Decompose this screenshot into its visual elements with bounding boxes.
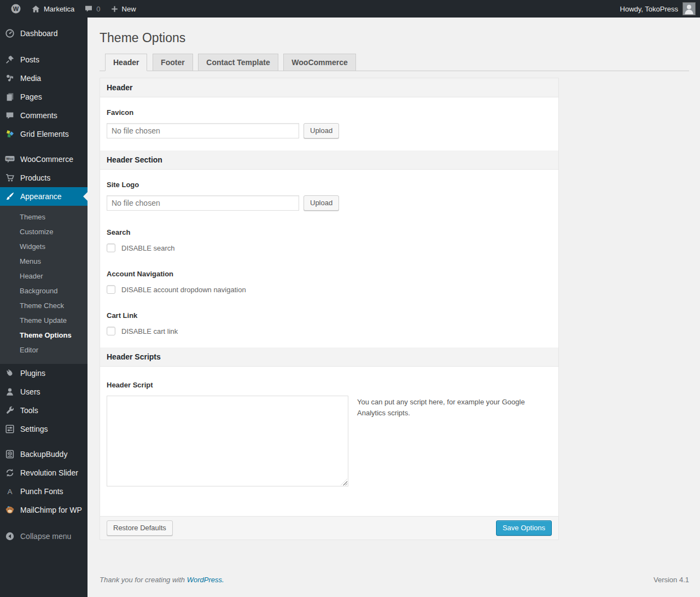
sidebar-item-backupbuddy[interactable]: BackupBuddy — [0, 445, 88, 463]
submenu-item-widgets[interactable]: Widgets — [0, 239, 88, 254]
dashboard-icon — [4, 28, 15, 38]
sidebar-item-woocommerce[interactable]: Woo WooCommerce — [0, 150, 88, 169]
cart-icon — [4, 173, 15, 183]
submenu-item-editor[interactable]: Editor — [0, 343, 88, 357]
comment-count: 0 — [96, 5, 100, 13]
panel-footer: Restore Defaults Save Options — [100, 516, 558, 540]
sidebar-menu: Dashboard Posts Media Pages Comments — [0, 18, 88, 597]
cart-link-label: Cart Link — [107, 311, 552, 320]
grid-elements-icon — [4, 129, 15, 139]
admin-bar: W Marketica 0 New Howdy, TokoPress — [0, 0, 700, 18]
tab-header[interactable]: Header — [105, 54, 147, 71]
sidebar-item-grid-elements[interactable]: Grid Elements — [0, 125, 88, 143]
tab-contact-template[interactable]: Contact Template — [198, 54, 278, 71]
sidebar-item-punch-fonts[interactable]: A Punch Fonts — [0, 482, 88, 501]
svg-text:W: W — [13, 5, 19, 12]
pin-icon — [4, 55, 15, 65]
wrench-icon — [4, 405, 15, 415]
disable-cart-link-label: DISABLE cart link — [121, 327, 178, 335]
submenu-item-themes[interactable]: Themes — [0, 210, 88, 224]
sidebar-item-tools[interactable]: Tools — [0, 401, 88, 420]
comments-icon — [4, 111, 15, 120]
admin-bar-comments[interactable]: 0 — [79, 0, 105, 18]
submenu-item-theme-check[interactable]: Theme Check — [0, 298, 88, 313]
svg-text:Woo: Woo — [6, 157, 14, 160]
sidebar-item-comments[interactable]: Comments — [0, 106, 88, 125]
plus-icon — [110, 5, 119, 13]
settings-icon — [4, 424, 15, 434]
sidebar-item-revolution-slider[interactable]: Revolution Slider — [0, 463, 88, 482]
users-icon — [4, 387, 15, 397]
sidebar-item-media[interactable]: Media — [0, 69, 88, 88]
site-logo-label: Site Logo — [107, 181, 552, 189]
new-content-button[interactable]: New — [106, 0, 141, 18]
submenu-item-background[interactable]: Background — [0, 283, 88, 298]
tab-footer[interactable]: Footer — [153, 54, 193, 71]
site-name: Marketica — [44, 5, 74, 13]
sidebar-item-pages[interactable]: Pages — [0, 88, 88, 106]
favicon-upload-button[interactable]: Upload — [304, 123, 339, 138]
page-footer: Thank you for creating with WordPress. V… — [88, 576, 700, 597]
search-label: Search — [107, 228, 552, 236]
section-header-bar: Header — [100, 78, 558, 97]
submenu-item-customize[interactable]: Customize — [0, 224, 88, 239]
sidebar-item-products[interactable]: Products — [0, 169, 88, 187]
home-icon — [31, 4, 40, 14]
theme-options-panel: Header Favicon Upload Header Section Sit… — [100, 78, 559, 540]
svg-text:A: A — [7, 488, 12, 496]
favicon-file-input[interactable] — [107, 123, 299, 138]
restore-defaults-button[interactable]: Restore Defaults — [107, 520, 173, 536]
pages-icon — [4, 92, 15, 102]
theme-options-tabs: Header Footer Contact Template WooCommer… — [100, 54, 689, 71]
site-logo-file-input[interactable] — [107, 195, 299, 211]
avatar[interactable] — [682, 2, 696, 15]
disable-search-label: DISABLE search — [121, 244, 175, 252]
section-header-section-bar: Header Section — [100, 150, 558, 170]
submenu-item-theme-options[interactable]: Theme Options — [0, 328, 88, 343]
sidebar-item-plugins[interactable]: Plugins — [0, 364, 88, 382]
save-options-button[interactable]: Save Options — [496, 520, 552, 536]
header-script-help: You can put any script here, for example… — [357, 396, 527, 419]
sidebar-item-users[interactable]: Users — [0, 382, 88, 401]
disable-account-navigation-checkbox[interactable] — [107, 285, 115, 294]
backup-icon — [4, 449, 15, 459]
new-label: New — [122, 5, 136, 13]
collapse-menu-button[interactable]: Collapse menu — [0, 527, 88, 546]
mailchimp-icon — [4, 505, 15, 515]
sidebar-item-posts[interactable]: Posts — [0, 50, 88, 69]
sidebar-item-settings[interactable]: Settings — [0, 420, 88, 438]
header-script-textarea[interactable] — [107, 396, 348, 486]
sidebar-item-mailchimp[interactable]: MailChimp for WP — [0, 501, 88, 519]
page-title: Theme Options — [100, 30, 689, 46]
appearance-submenu: Themes Customize Widgets Menus Header Ba… — [0, 206, 88, 364]
comment-bubble-icon — [84, 4, 93, 13]
section-header-scripts-bar: Header Scripts — [100, 347, 558, 367]
sidebar-item-dashboard[interactable]: Dashboard — [0, 24, 88, 43]
sidebar-item-appearance[interactable]: Appearance — [0, 187, 88, 206]
site-logo-upload-button[interactable]: Upload — [304, 195, 339, 211]
media-icon — [4, 73, 15, 83]
footer-version: Version 4.1 — [654, 576, 689, 584]
submenu-item-theme-update[interactable]: Theme Update — [0, 313, 88, 328]
favicon-label: Favicon — [107, 108, 552, 117]
paintbrush-icon — [4, 192, 15, 201]
footer-thanks: Thank you for creating with WordPress. — [100, 576, 224, 584]
tab-woocommerce[interactable]: WooCommerce — [283, 54, 355, 71]
disable-search-checkbox[interactable] — [107, 244, 115, 252]
header-script-label: Header Script — [107, 381, 552, 389]
wordpress-logo-icon[interactable]: W — [5, 0, 26, 18]
font-icon: A — [4, 486, 15, 496]
account-navigation-label: Account Navigation — [107, 270, 552, 278]
main-content: Theme Options Header Footer Contact Temp… — [88, 18, 700, 597]
disable-account-navigation-label: DISABLE account dropdown navigation — [121, 286, 246, 294]
woocommerce-icon: Woo — [4, 154, 15, 165]
collapse-icon — [4, 531, 15, 541]
plugin-icon — [4, 368, 15, 378]
howdy-account-link[interactable]: Howdy, TokoPress — [620, 5, 682, 13]
site-name-link[interactable]: Marketica — [26, 0, 79, 18]
submenu-item-menus[interactable]: Menus — [0, 254, 88, 269]
submenu-item-header[interactable]: Header — [0, 269, 88, 283]
disable-cart-link-checkbox[interactable] — [107, 327, 115, 335]
revolution-slider-icon — [4, 468, 15, 478]
wordpress-link[interactable]: WordPress. — [187, 576, 224, 584]
